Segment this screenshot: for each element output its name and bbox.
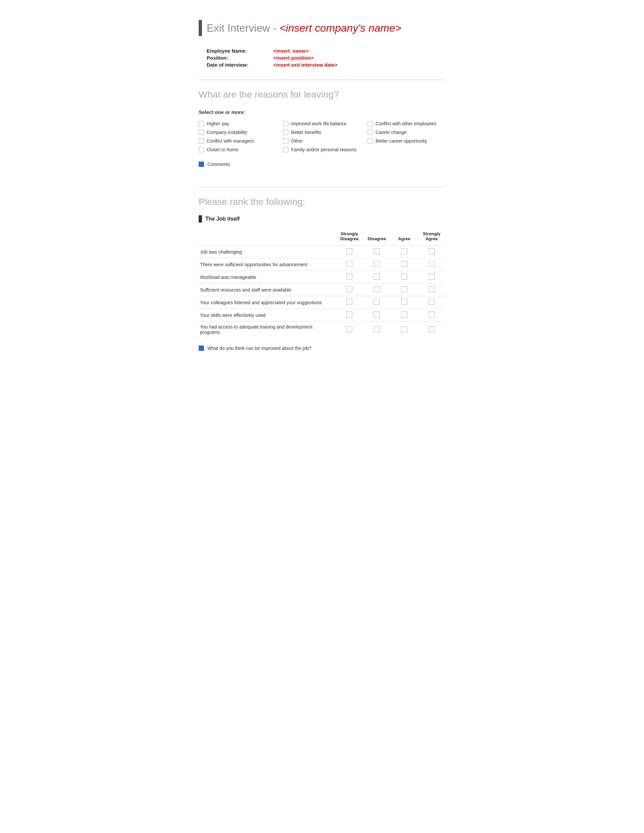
improvement-label: What do you think can be improved about … [207,346,311,351]
cell-skills-sd[interactable] [336,309,363,322]
checkbox-box-career-change[interactable] [368,130,373,135]
comments-label: Comments [207,162,230,167]
cell-colleagues-d[interactable] [363,296,390,309]
row-label-resources: Sufficient resources and staff were avai… [199,283,336,296]
cell-colleagues-sd[interactable] [336,296,363,309]
checkbox-label-other: Other [291,138,303,144]
checkbox-box-better-career[interactable] [368,138,373,144]
checkbox-box-family-personal[interactable] [283,147,288,152]
checkbox-higher-pay[interactable]: Higher pay [199,121,276,126]
cell-resources-sd[interactable] [336,283,363,296]
checkbox-box-conflict-managers[interactable] [199,138,204,144]
checkbox-better-career[interactable]: Better career opportunity [368,138,445,144]
cell-workload-sd[interactable] [336,271,363,283]
checkbox-better-benefits[interactable]: Better benefits [283,130,361,135]
rating-table: StronglyDisagree Disagree Agree Strongly… [199,229,445,338]
cell-challenging-sd[interactable] [336,246,363,258]
position-row: Position: <insert position> [207,55,445,61]
page-title: Exit Interview - <insert company's name> [207,22,401,34]
th-agree: Agree [391,229,418,246]
checkbox-family-personal[interactable]: Family and/or personal reasons [283,147,361,152]
cell-challenging-a[interactable] [391,246,418,258]
cell-challenging-d[interactable] [363,246,390,258]
position-value[interactable]: <insert position> [273,55,314,61]
section1-heading: What are the reasons for leaving? [199,89,445,100]
checkbox-other[interactable]: Other [283,138,361,144]
checkbox-label-improved-wlb: Improved work life balance [291,121,347,126]
table-row: Workload was manageable [199,271,445,283]
cell-training-a[interactable] [391,322,418,338]
th-strongly-agree: StronglyAgree [418,229,445,246]
checkbox-label-conflict-managers: Conflict with managers [207,138,254,144]
checkbox-box-better-benefits[interactable] [283,130,288,135]
checkbox-box-higher-pay[interactable] [199,121,204,126]
checkbox-label-higher-pay: Higher pay [207,121,229,126]
cell-training-sd[interactable] [336,322,363,338]
checkbox-conflict-employees[interactable]: Conflict with other employees [368,121,445,126]
checkbox-box-other[interactable] [283,138,288,144]
page-title-container: Exit Interview - <insert company's name> [199,20,445,36]
table-row: You had access to adequate training and … [199,322,445,338]
cell-resources-sa[interactable] [418,283,445,296]
checkbox-improved-wlb[interactable]: Improved work life balance [283,121,361,126]
cell-advancement-sd[interactable] [336,258,363,271]
cell-colleagues-sa[interactable] [418,296,445,309]
th-disagree: Disagree [363,229,390,246]
cell-workload-sa[interactable] [418,271,445,283]
cell-skills-d[interactable] [363,309,390,322]
table-row: Sufficient resources and staff were avai… [199,283,445,296]
employee-name-row: Employee Name: <insert name> [207,48,445,54]
cell-advancement-a[interactable] [391,258,418,271]
checkbox-box-closer-home[interactable] [199,147,204,152]
checkbox-label-family-personal: Family and/or personal reasons [291,147,356,152]
checkbox-label-company-instability: Company instability [207,130,247,135]
checkbox-label-career-change: Career change [376,130,407,135]
date-label: Date of interview: [207,62,273,68]
checkbox-box-conflict-employees[interactable] [368,121,373,126]
employee-info-section: Employee Name: <insert name> Position: <… [207,48,445,68]
cell-advancement-d[interactable] [363,258,390,271]
checkbox-label-better-benefits: Better benefits [291,130,321,135]
cell-advancement-sa[interactable] [418,258,445,271]
checkbox-closer-home[interactable]: Closer to home [199,147,276,152]
table-header-row: StronglyDisagree Disagree Agree Strongly… [199,229,445,246]
subsection-job-title: The Job itself [199,215,445,223]
improvement-row: What do you think can be improved about … [199,346,445,351]
cell-training-d[interactable] [363,322,390,338]
divider-1 [199,80,445,80]
cell-training-sa[interactable] [418,322,445,338]
checkbox-conflict-managers[interactable]: Conflict with managers [199,138,276,144]
row-label-colleagues: Your colleagues listened and appreciated… [199,296,336,309]
title-bar-icon [199,20,202,36]
table-row: Your skills were effectively used [199,309,445,322]
row-label-advancement: There were sufficient opportunities for … [199,258,336,271]
cell-skills-sa[interactable] [418,309,445,322]
checkbox-label-conflict-employees: Conflict with other employees [376,121,437,126]
title-company-placeholder: <insert company's name> [280,22,401,34]
cell-challenging-sa[interactable] [418,246,445,258]
cell-skills-a[interactable] [391,309,418,322]
th-label [199,229,336,246]
checkbox-company-instability[interactable]: Company instability [199,130,276,135]
select-label: Select one or more: [199,109,445,115]
checkbox-grid: Higher pay Improved work life balance Co… [199,121,445,152]
table-row: There were sufficient opportunities for … [199,258,445,271]
cell-workload-a[interactable] [391,271,418,283]
checkbox-box-improved-wlb[interactable] [283,121,288,126]
cell-resources-d[interactable] [363,283,390,296]
divider-2 [199,187,445,187]
checkbox-label-better-career: Better career opportunity [376,138,427,144]
cell-workload-d[interactable] [363,271,390,283]
comments-blue-icon [199,162,204,167]
comments-row: Comments [199,162,445,167]
checkbox-label-closer-home: Closer to home [207,147,238,152]
checkbox-career-change[interactable]: Career change [368,130,445,135]
cell-resources-a[interactable] [391,283,418,296]
checkbox-box-company-instability[interactable] [199,130,204,135]
employee-name-value[interactable]: <insert name> [273,48,309,54]
row-label-training: You had access to adequate training and … [199,322,336,338]
cell-colleagues-a[interactable] [391,296,418,309]
row-label-skills: Your skills were effectively used [199,309,336,322]
date-value[interactable]: <insert exit interview date> [273,62,338,68]
title-static-text: Exit Interview - [207,22,280,34]
